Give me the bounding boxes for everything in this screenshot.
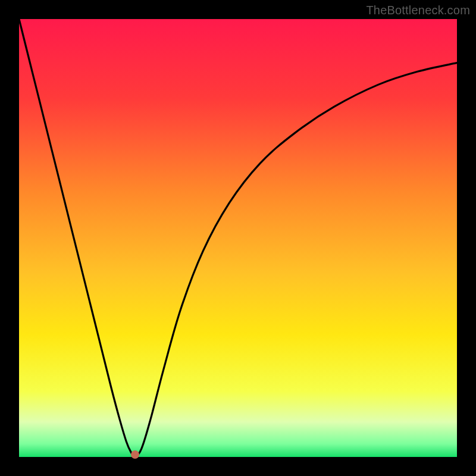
minimum-marker bbox=[131, 450, 139, 459]
watermark-text: TheBottleneck.com bbox=[366, 4, 470, 17]
curve-layer bbox=[19, 19, 457, 457]
bottleneck-curve bbox=[19, 19, 457, 457]
plot-area bbox=[19, 19, 457, 457]
chart-frame: TheBottleneck.com bbox=[0, 0, 476, 476]
